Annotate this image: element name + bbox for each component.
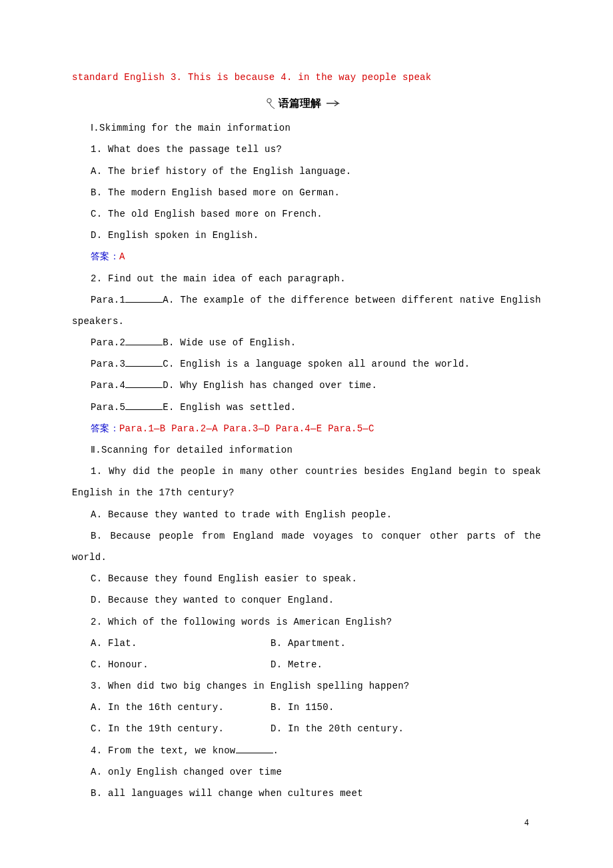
fill-blank: [125, 400, 163, 410]
match-option: B. Wide use of English.: [163, 337, 296, 348]
p2q2-option-a: A. Flat.: [91, 633, 271, 654]
q2-row-3: Para.3C. English is a language spoken al…: [72, 353, 541, 375]
para-label: Para.2: [91, 337, 125, 348]
p2q4-stem: 4. From the text, we know.: [72, 740, 541, 761]
p2q2-option-b: B. Apartment.: [271, 633, 541, 654]
svg-point-0: [267, 99, 271, 103]
match-option: D. Why English has changed over time.: [163, 380, 377, 391]
q1-answer: 答案：A: [72, 246, 541, 267]
p2q2-option-c: C. Honour.: [91, 654, 271, 675]
page-number: 4: [524, 815, 529, 833]
q1-option-a: A. The brief history of the English lang…: [72, 161, 541, 182]
q2-row-1: Para.1A. The example of the difference b…: [72, 289, 541, 332]
para-label: Para.1: [91, 295, 125, 305]
q1-stem: 1. What does the passage tell us?: [72, 139, 541, 160]
p2q3-option-d: D. In the 20th century.: [271, 718, 541, 739]
section-header: 语篇理解: [72, 92, 541, 112]
p2q3-option-c: C. In the 19th century.: [91, 718, 271, 739]
fill-blank: [125, 357, 163, 367]
q1-option-b: B. The modern English based more on Germ…: [72, 182, 541, 203]
fill-blank: [125, 378, 163, 388]
p2q3-option-a: A. In the 16th century.: [91, 697, 271, 718]
p2q1-option-a: A. Because they wanted to trade with Eng…: [72, 504, 541, 525]
p2q1-option-b: B. Because people from England made voya…: [72, 525, 541, 568]
p2q2-option-d: D. Metre.: [271, 654, 541, 675]
para-label: Para.4: [91, 380, 125, 391]
p2q3-option-b: B. In 1150.: [271, 697, 541, 718]
answer-label: 答案：: [91, 423, 119, 434]
part1-heading: Ⅰ.Skimming for the main information: [72, 117, 541, 139]
p2q4-option-b: B. all languages will change when cultur…: [72, 783, 541, 804]
p2q1-option-c: C. Because they found English easier to …: [72, 568, 541, 589]
q1-option-d: D. English spoken in English.: [72, 225, 541, 246]
p2q1-option-d: D. Because they wanted to conquer Englan…: [72, 589, 541, 611]
q2-row-4: Para.4D. Why English has changed over ti…: [72, 375, 541, 396]
stem-suffix: .: [273, 745, 279, 756]
stem-prefix: 4. From the text, we know: [91, 745, 236, 756]
q2-row-5: Para.5E. English was settled.: [72, 397, 541, 418]
p2q2-stem: 2. Which of the following words is Ameri…: [72, 611, 541, 633]
continuation-line: standard English 3. This is because 4. i…: [72, 67, 541, 88]
match-option: E. English was settled.: [163, 402, 296, 413]
q2-row-2: Para.2B. Wide use of English.: [72, 332, 541, 353]
para-label: Para.5: [91, 402, 125, 413]
fill-blank: [125, 293, 163, 303]
section-header-text: 语篇理解: [278, 97, 321, 109]
p2q3-stem: 3. When did two big changes in English s…: [72, 675, 541, 697]
fill-blank: [125, 335, 163, 345]
answer-value: A: [119, 251, 125, 262]
para-label: Para.3: [91, 359, 125, 369]
match-option: C. English is a language spoken all arou…: [163, 359, 470, 369]
part2-heading: Ⅱ.Scanning for detailed information: [72, 439, 541, 461]
fill-blank: [236, 743, 273, 753]
p2q4-option-a: A. only English changed over time: [72, 761, 541, 783]
q2-stem: 2. Find out the main idea of each paragr…: [72, 268, 541, 289]
q2-answer: 答案：Para.1—B Para.2—A Para.3—D Para.4—E P…: [72, 418, 541, 439]
q1-option-c: C. The old English based more on French.: [72, 203, 541, 225]
answer-label: 答案：: [91, 251, 119, 262]
p2q1-stem: 1. Why did the people in many other coun…: [72, 461, 541, 503]
answer-value: Para.1—B Para.2—A Para.3—D Para.4—E Para…: [119, 423, 374, 434]
